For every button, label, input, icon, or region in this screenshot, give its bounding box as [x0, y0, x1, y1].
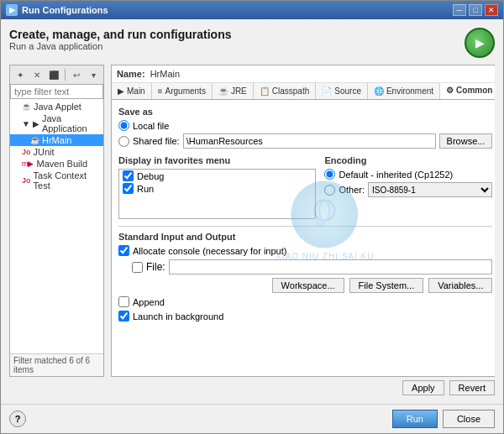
tree-item-junit[interactable]: Jo JUnit [10, 146, 103, 158]
maximize-button[interactable]: □ [469, 4, 482, 16]
file-path-input[interactable] [169, 259, 493, 275]
tabs-bar: ▶ Main ≡ Arguments ☕ JRE 📋 Classpath [112, 83, 495, 100]
file-label: File: [146, 261, 165, 273]
collapse-all-button[interactable]: ↩ [69, 67, 84, 82]
tree-item-java-application[interactable]: ▼ ▶ Java Application [10, 112, 103, 134]
args-tab-icon: ≡ [158, 86, 163, 96]
tree-item-label: Maven Build [37, 159, 88, 169]
favorites-col: Display in favorites menu Debug Run [118, 155, 316, 219]
revert-button[interactable]: Revert [449, 380, 495, 395]
maven-icon: m▶ [22, 159, 34, 168]
tab-jre[interactable]: ☕ JRE [213, 83, 254, 99]
right-panel: Name: HrMain ▶ Main ≡ Arguments ☕ J [111, 65, 495, 377]
tab-environment[interactable]: 🌐 Environment [368, 83, 440, 99]
tree-item-java-applet[interactable]: ☕ Java Applet [10, 101, 103, 112]
local-file-radio[interactable] [118, 120, 129, 131]
run-button[interactable]: ▶ [465, 28, 495, 58]
main-content: Create, manage, and run configurations R… [1, 19, 503, 404]
tree-item-label: JUnit [34, 147, 55, 157]
append-checkbox[interactable] [118, 296, 129, 307]
tab-main[interactable]: ▶ Main [112, 83, 152, 99]
launch-bg-checkbox[interactable] [118, 311, 129, 322]
fav-run-label: Run [137, 184, 154, 194]
tab-environment-label: Environment [386, 86, 433, 96]
tree-item-maven[interactable]: m▶ Maven Build [10, 158, 103, 170]
encoding-title: Encoding [324, 155, 492, 165]
fav-run: Run [119, 182, 315, 195]
shared-file-radio[interactable] [118, 136, 129, 147]
divider [118, 226, 492, 227]
tab-classpath-label: Classpath [272, 86, 309, 96]
bottom-left: ? [9, 410, 26, 427]
delete-config-button[interactable]: ✕ [29, 67, 45, 82]
tree-item-label: Java Application [42, 113, 100, 133]
window-title: Run Configurations [22, 5, 108, 15]
window-icon: ▶ [6, 4, 18, 16]
hrmain-icon: ☕ [30, 136, 39, 144]
favorites-title: Display in favorites menu [118, 155, 316, 165]
shared-file-input[interactable] [183, 133, 436, 149]
tab-arguments[interactable]: ≡ Arguments [152, 83, 213, 99]
tab-main-label: Main [127, 86, 145, 96]
env-tab-icon: 🌐 [374, 86, 384, 96]
tab-common[interactable]: ⚙ Common [440, 83, 495, 99]
allocate-console-row: Allocate console (necessary for input) [118, 245, 492, 256]
fav-debug-checkbox[interactable] [123, 170, 134, 181]
encoding-other-label: Other: [339, 185, 365, 195]
encoding-group: Default - inherited (Cp1252) Other: ISO-… [324, 169, 492, 197]
bottom-right: Run Close [392, 410, 495, 428]
save-as-label: Save as [118, 107, 492, 117]
minimize-button[interactable]: ─ [453, 4, 466, 16]
append-row: Append [118, 296, 492, 307]
workspace-button[interactable]: Workspace... [272, 278, 344, 293]
java-applet-icon: ☕ [22, 102, 31, 111]
apply-revert-row: Apply Revert [9, 377, 495, 395]
encoding-default-label: Default - inherited (Cp1252) [339, 170, 453, 180]
save-as-group: Local file Shared file: Browse... [118, 120, 492, 149]
encoding-select[interactable]: ISO-8859-1 [368, 182, 492, 197]
main-area: ✦ ✕ ⬛ ↩ ▾ ☕ Java Applet ▼ ▶ [9, 65, 495, 377]
title-bar-left: ▶ Run Configurations [6, 4, 108, 16]
launch-bg-label: Launch in background [133, 311, 223, 322]
tree-item-hrmain[interactable]: ☕ HrMain [10, 134, 103, 146]
tab-source[interactable]: 📄 Source [316, 83, 368, 99]
sidebar: ✦ ✕ ⬛ ↩ ▾ ☕ Java Applet ▼ ▶ [9, 65, 104, 377]
file-checkbox[interactable] [132, 262, 143, 273]
encoding-default-row: Default - inherited (Cp1252) [324, 169, 492, 180]
apply-button[interactable]: Apply [402, 380, 444, 395]
filter-status: Filter matched 6 of 6 items [10, 353, 103, 376]
tab-source-label: Source [334, 86, 361, 96]
filter-input[interactable] [10, 85, 103, 99]
classpath-tab-icon: 📋 [260, 86, 270, 96]
encoding-other-radio[interactable] [324, 185, 335, 196]
jre-tab-icon: ☕ [218, 86, 228, 96]
page-subtitle: Run a Java application [9, 41, 232, 51]
std-io-title: Standard Input and Output [118, 232, 492, 242]
fav-run-checkbox[interactable] [123, 183, 134, 194]
fav-debug: Debug [119, 170, 315, 182]
close-main-button[interactable]: Close [443, 410, 495, 428]
fav-debug-label: Debug [137, 171, 164, 181]
tree-item-label: Task Context Test [34, 170, 100, 191]
close-window-button[interactable]: ✕ [485, 4, 498, 16]
filesystem-button[interactable]: File System... [349, 278, 424, 293]
filter-button[interactable]: ▾ [86, 67, 101, 82]
allocate-console-checkbox[interactable] [118, 245, 129, 256]
tree-item-label: HrMain [42, 135, 71, 145]
file-btn-row: Workspace... File System... Variables... [118, 278, 492, 293]
help-button[interactable]: ? [9, 410, 26, 427]
duplicate-config-button[interactable]: ⬛ [46, 67, 61, 82]
encoding-default-radio[interactable] [324, 169, 335, 180]
main-tab-icon: ▶ [118, 86, 124, 96]
variables-button[interactable]: Variables... [428, 278, 492, 293]
tree-item-task-context[interactable]: Jo Task Context Test [10, 170, 103, 191]
run-main-button[interactable]: Run [392, 410, 438, 428]
encoding-other-row: Other: ISO-8859-1 [324, 182, 492, 197]
name-value: HrMain [150, 69, 495, 79]
java-application-icon: ▶ [33, 119, 39, 128]
new-config-button[interactable]: ✦ [13, 67, 28, 82]
browse-button[interactable]: Browse... [439, 133, 493, 149]
append-label: Append [133, 297, 165, 307]
encoding-col: Encoding Default - inherited (Cp1252) Ot… [324, 155, 492, 219]
tab-classpath[interactable]: 📋 Classpath [254, 83, 316, 99]
